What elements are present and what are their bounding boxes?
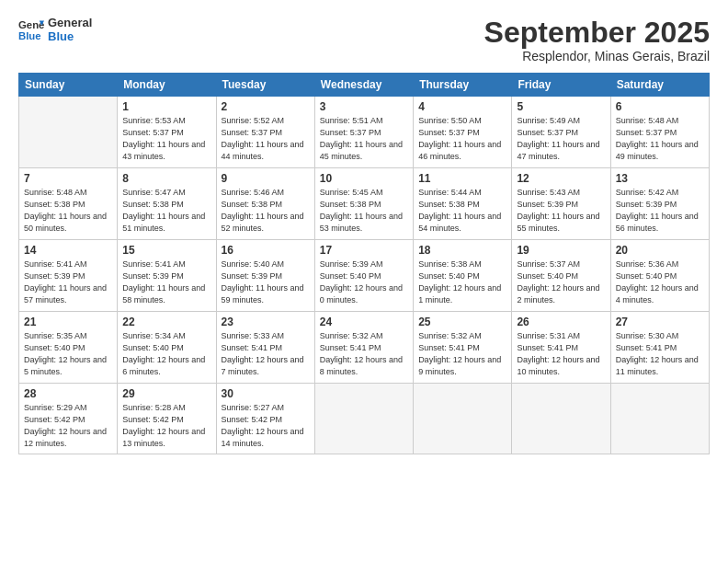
calendar-cell: 1Sunrise: 5:53 AMSunset: 5:37 PMDaylight… [118, 97, 216, 168]
calendar-cell: 17Sunrise: 5:39 AMSunset: 5:40 PMDayligh… [314, 240, 413, 312]
day-info: Sunrise: 5:39 AMSunset: 5:40 PMDaylight:… [320, 259, 408, 306]
day-info: Sunrise: 5:41 AMSunset: 5:39 PMDaylight:… [122, 259, 210, 306]
calendar-cell [414, 384, 512, 454]
weekday-sunday: Sunday [19, 74, 118, 97]
logo-icon: General Blue [18, 17, 44, 43]
day-number: 16 [222, 244, 310, 257]
day-number: 22 [122, 316, 210, 328]
weekday-saturday: Saturday [610, 74, 709, 97]
day-info: Sunrise: 5:53 AMSunset: 5:37 PMDaylight:… [122, 115, 210, 163]
weekday-thursday: Thursday [414, 74, 512, 97]
month-title: September 2025 [484, 17, 710, 49]
day-info: Sunrise: 5:49 AMSunset: 5:37 PMDaylight:… [517, 115, 605, 163]
calendar-cell: 6Sunrise: 5:48 AMSunset: 5:37 PMDaylight… [610, 97, 709, 168]
calendar-cell: 12Sunrise: 5:43 AMSunset: 5:39 PMDayligh… [512, 168, 610, 240]
day-info: Sunrise: 5:32 AMSunset: 5:41 PMDaylight:… [320, 330, 408, 378]
week-row-3: 14Sunrise: 5:41 AMSunset: 5:39 PMDayligh… [19, 240, 710, 312]
calendar-cell: 16Sunrise: 5:40 AMSunset: 5:39 PMDayligh… [216, 240, 314, 312]
day-info: Sunrise: 5:31 AMSunset: 5:41 PMDaylight:… [517, 330, 605, 378]
day-number: 14 [24, 244, 112, 257]
calendar-cell: 20Sunrise: 5:36 AMSunset: 5:40 PMDayligh… [610, 240, 709, 312]
calendar-cell: 15Sunrise: 5:41 AMSunset: 5:39 PMDayligh… [118, 240, 216, 312]
day-info: Sunrise: 5:48 AMSunset: 5:38 PMDaylight:… [24, 187, 112, 235]
week-row-5: 28Sunrise: 5:29 AMSunset: 5:42 PMDayligh… [19, 384, 710, 454]
day-number: 24 [320, 316, 408, 328]
day-info: Sunrise: 5:44 AMSunset: 5:38 PMDaylight:… [418, 187, 506, 235]
calendar-cell: 24Sunrise: 5:32 AMSunset: 5:41 PMDayligh… [314, 312, 413, 384]
calendar-cell: 23Sunrise: 5:33 AMSunset: 5:41 PMDayligh… [216, 312, 314, 384]
calendar-cell: 26Sunrise: 5:31 AMSunset: 5:41 PMDayligh… [512, 312, 610, 384]
day-number: 23 [222, 316, 310, 328]
day-info: Sunrise: 5:51 AMSunset: 5:37 PMDaylight:… [320, 115, 408, 163]
calendar-cell: 22Sunrise: 5:34 AMSunset: 5:40 PMDayligh… [118, 312, 216, 384]
logo-blue: Blue [48, 30, 92, 44]
day-number: 20 [616, 244, 704, 257]
calendar-cell: 11Sunrise: 5:44 AMSunset: 5:38 PMDayligh… [414, 168, 512, 240]
calendar-cell: 8Sunrise: 5:47 AMSunset: 5:38 PMDaylight… [118, 168, 216, 240]
day-number: 11 [418, 172, 506, 185]
day-info: Sunrise: 5:46 AMSunset: 5:38 PMDaylight:… [222, 187, 310, 235]
day-number: 26 [517, 316, 605, 328]
calendar-cell: 10Sunrise: 5:45 AMSunset: 5:38 PMDayligh… [314, 168, 413, 240]
page: General Blue General Blue September 2025… [0, 0, 728, 563]
location: Resplendor, Minas Gerais, Brazil [484, 49, 710, 63]
weekday-header-row: SundayMondayTuesdayWednesdayThursdayFrid… [19, 74, 710, 97]
calendar-cell: 29Sunrise: 5:28 AMSunset: 5:42 PMDayligh… [118, 384, 216, 454]
day-number: 9 [222, 172, 310, 185]
calendar-cell: 28Sunrise: 5:29 AMSunset: 5:42 PMDayligh… [19, 384, 118, 454]
day-info: Sunrise: 5:34 AMSunset: 5:40 PMDaylight:… [122, 330, 210, 378]
calendar-cell: 30Sunrise: 5:27 AMSunset: 5:42 PMDayligh… [216, 384, 314, 454]
day-info: Sunrise: 5:50 AMSunset: 5:37 PMDaylight:… [418, 115, 506, 163]
day-info: Sunrise: 5:29 AMSunset: 5:42 PMDaylight:… [24, 402, 112, 450]
weekday-tuesday: Tuesday [216, 74, 314, 97]
weekday-wednesday: Wednesday [314, 74, 413, 97]
day-number: 8 [122, 172, 210, 185]
day-info: Sunrise: 5:30 AMSunset: 5:41 PMDaylight:… [616, 330, 704, 378]
day-info: Sunrise: 5:43 AMSunset: 5:39 PMDaylight:… [517, 187, 605, 235]
day-info: Sunrise: 5:47 AMSunset: 5:38 PMDaylight:… [122, 187, 210, 235]
day-info: Sunrise: 5:45 AMSunset: 5:38 PMDaylight:… [320, 187, 408, 235]
week-row-4: 21Sunrise: 5:35 AMSunset: 5:40 PMDayligh… [19, 312, 710, 384]
logo-general: General [48, 17, 92, 30]
day-info: Sunrise: 5:28 AMSunset: 5:42 PMDaylight:… [122, 402, 210, 450]
day-info: Sunrise: 5:41 AMSunset: 5:39 PMDaylight:… [24, 259, 112, 306]
title-block: September 2025 Resplendor, Minas Gerais,… [484, 17, 710, 63]
day-info: Sunrise: 5:42 AMSunset: 5:39 PMDaylight:… [616, 187, 704, 235]
day-info: Sunrise: 5:33 AMSunset: 5:41 PMDaylight:… [222, 330, 310, 378]
calendar-cell: 13Sunrise: 5:42 AMSunset: 5:39 PMDayligh… [610, 168, 709, 240]
day-number: 21 [24, 316, 112, 328]
day-number: 25 [418, 316, 506, 328]
calendar-cell: 4Sunrise: 5:50 AMSunset: 5:37 PMDaylight… [414, 97, 512, 168]
calendar-cell: 27Sunrise: 5:30 AMSunset: 5:41 PMDayligh… [610, 312, 709, 384]
day-info: Sunrise: 5:48 AMSunset: 5:37 PMDaylight:… [616, 115, 704, 163]
day-number: 12 [517, 172, 605, 185]
day-number: 30 [222, 387, 310, 400]
calendar-cell: 7Sunrise: 5:48 AMSunset: 5:38 PMDaylight… [19, 168, 118, 240]
calendar-cell: 25Sunrise: 5:32 AMSunset: 5:41 PMDayligh… [414, 312, 512, 384]
logo: General Blue General Blue [18, 17, 92, 44]
day-number: 7 [24, 172, 112, 185]
day-number: 28 [24, 387, 112, 400]
day-number: 29 [122, 387, 210, 400]
day-number: 15 [122, 244, 210, 257]
calendar-cell [19, 97, 118, 168]
calendar-cell [610, 384, 709, 454]
week-row-2: 7Sunrise: 5:48 AMSunset: 5:38 PMDaylight… [19, 168, 710, 240]
day-info: Sunrise: 5:40 AMSunset: 5:39 PMDaylight:… [222, 259, 310, 306]
day-number: 4 [418, 100, 506, 113]
day-number: 1 [122, 100, 210, 113]
calendar-cell: 18Sunrise: 5:38 AMSunset: 5:40 PMDayligh… [414, 240, 512, 312]
day-number: 18 [418, 244, 506, 257]
day-number: 6 [616, 100, 704, 113]
calendar: SundayMondayTuesdayWednesdayThursdayFrid… [18, 73, 710, 454]
day-number: 19 [517, 244, 605, 257]
calendar-cell: 14Sunrise: 5:41 AMSunset: 5:39 PMDayligh… [19, 240, 118, 312]
day-number: 3 [320, 100, 408, 113]
day-info: Sunrise: 5:38 AMSunset: 5:40 PMDaylight:… [418, 259, 506, 306]
day-number: 5 [517, 100, 605, 113]
day-number: 13 [616, 172, 704, 185]
day-info: Sunrise: 5:37 AMSunset: 5:40 PMDaylight:… [517, 259, 605, 306]
day-number: 27 [616, 316, 704, 328]
day-info: Sunrise: 5:35 AMSunset: 5:40 PMDaylight:… [24, 330, 112, 378]
calendar-cell [512, 384, 610, 454]
